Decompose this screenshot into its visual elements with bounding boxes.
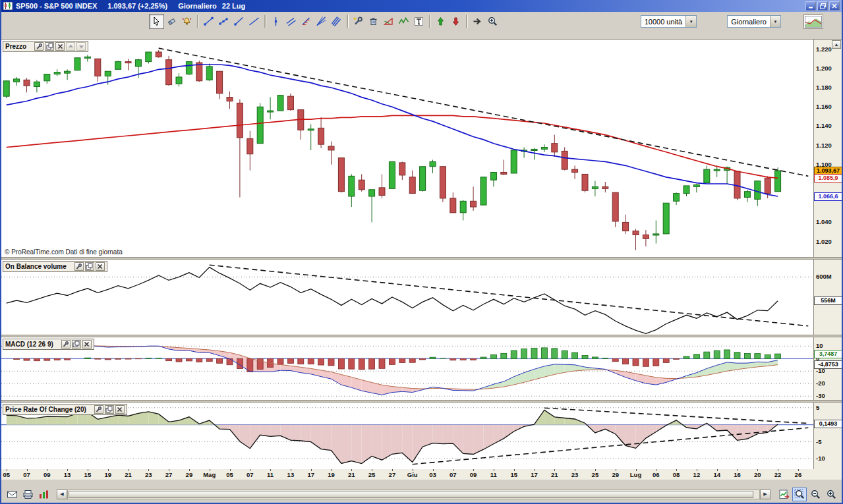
macd-value-marker: 3,7487 bbox=[814, 350, 842, 358]
macd-chart-canvas[interactable] bbox=[1, 337, 813, 400]
time-axis-tickmark bbox=[453, 469, 453, 471]
scrollbar-thumb[interactable] bbox=[69, 491, 753, 498]
time-axis-tickmark bbox=[636, 469, 637, 471]
chart-scrollbar[interactable]: ◀ ▶ bbox=[57, 489, 770, 499]
step-forward-tool[interactable] bbox=[470, 14, 485, 29]
obv-close-button[interactable] bbox=[96, 262, 105, 271]
pointer-tool[interactable] bbox=[149, 14, 164, 29]
roc-duplicate-button[interactable] bbox=[105, 405, 114, 414]
copyright-text: © ProRealTime.com Dati di fine giornata bbox=[5, 248, 123, 256]
arrow-down-tool[interactable] bbox=[448, 14, 463, 29]
vertical-line-tool[interactable] bbox=[268, 14, 283, 29]
price-move-up-button[interactable] bbox=[66, 42, 75, 51]
time-axis-tickmark bbox=[554, 469, 555, 471]
export-chart-icon[interactable] bbox=[776, 488, 791, 501]
title-date: 22 Lug bbox=[222, 2, 245, 10]
obv-value-marker: 556M bbox=[814, 296, 842, 305]
scroll-right-button[interactable]: ▶ bbox=[760, 490, 770, 499]
title-bar[interactable]: SP500 - S&P 500 INDEX 1.093,67 (+2,25%) … bbox=[1, 0, 842, 12]
roc-close-button[interactable] bbox=[115, 405, 125, 414]
arrow-up-tool[interactable] bbox=[433, 14, 448, 29]
scrollbar-track[interactable] bbox=[67, 490, 760, 499]
time-axis-tickmark bbox=[129, 469, 129, 471]
close-button[interactable] bbox=[829, 1, 840, 11]
obv-panel[interactable]: 556M 600M On Balance volume bbox=[1, 260, 842, 335]
time-axis-tick: 27 bbox=[384, 471, 400, 478]
zoom-area-tool[interactable] bbox=[485, 14, 500, 29]
eraser-tool[interactable] bbox=[164, 14, 179, 29]
text-tool[interactable] bbox=[411, 14, 426, 29]
obv-settings-button[interactable] bbox=[74, 262, 84, 271]
macd-panel[interactable]: 3,7487 -4,8753 100-10-20-30 MACD (12 26 … bbox=[1, 337, 842, 400]
timeframe-dropdown-icon[interactable]: ▼ bbox=[770, 16, 780, 27]
pattern-triangle-tool[interactable] bbox=[381, 14, 396, 29]
delete-drawings-tool[interactable] bbox=[366, 14, 381, 29]
zoom-out-icon[interactable] bbox=[808, 488, 823, 501]
time-axis-tick: 17 bbox=[527, 471, 542, 478]
units-dropdown-icon[interactable]: ▼ bbox=[685, 16, 696, 27]
zoom-selection-icon[interactable] bbox=[792, 488, 807, 501]
time-axis-tick: 07 bbox=[242, 471, 258, 478]
segment-tool[interactable] bbox=[216, 14, 231, 29]
zoom-in-icon[interactable] bbox=[824, 488, 838, 501]
quotes-icon[interactable] bbox=[36, 488, 51, 501]
price-chart-canvas[interactable] bbox=[1, 40, 813, 257]
parallel-channel-tool[interactable] bbox=[283, 14, 299, 29]
fibonacci-retracement-tool[interactable] bbox=[299, 14, 314, 29]
time-axis-tickmark bbox=[433, 469, 434, 471]
time-axis-tickmark bbox=[575, 469, 575, 471]
time-axis-tickmark bbox=[616, 469, 616, 471]
time-axis-tick: 27 bbox=[161, 471, 177, 478]
roc-settings-button[interactable] bbox=[94, 405, 103, 414]
time-axis-tickmark bbox=[595, 469, 596, 471]
mail-icon[interactable] bbox=[5, 488, 19, 501]
roc-axis: 0,1493 50-5-10 bbox=[813, 403, 842, 469]
macd-panel-header: MACD (12 26 9) bbox=[3, 339, 94, 350]
timeframe-select[interactable]: Giornaliero ▼ bbox=[727, 15, 781, 28]
extended-line-tool[interactable] bbox=[247, 14, 262, 29]
pattern-zigzag-tool[interactable] bbox=[396, 14, 411, 29]
minimize-button[interactable] bbox=[805, 1, 816, 11]
time-axis-tick: 20 bbox=[749, 471, 765, 478]
drawing-settings-tool[interactable] bbox=[351, 14, 366, 29]
time-axis-tick: 23 bbox=[567, 471, 583, 478]
scroll-left-button[interactable]: ◀ bbox=[57, 490, 67, 499]
roc-panel[interactable]: 0,1493 50-5-10 Price Rate Of Change (20) bbox=[1, 403, 842, 469]
restore-button[interactable] bbox=[817, 1, 828, 11]
time-axis-tick: 29 bbox=[608, 471, 624, 478]
roc-axis-tick: 5 bbox=[816, 404, 819, 412]
price-close-button[interactable] bbox=[55, 42, 65, 51]
printer-icon[interactable] bbox=[20, 488, 35, 501]
toolbar-separator bbox=[347, 15, 348, 28]
fibonacci-fan-tool[interactable] bbox=[314, 14, 329, 29]
time-axis-tick: 05 bbox=[0, 471, 15, 478]
drawing-tools-group bbox=[149, 14, 500, 29]
units-select[interactable]: 10000 unità ▼ bbox=[641, 15, 697, 28]
time-axis: 05070913151921232729Mag05071113171921252… bbox=[1, 469, 842, 480]
price-axis-tick: 1.120 bbox=[816, 142, 832, 150]
price-panel[interactable]: ▲ 1.093,67 1.085,9 1.066,6 1.2201.2001.1… bbox=[1, 40, 842, 257]
axis-scroll-up-button[interactable]: ▲ bbox=[832, 40, 841, 49]
time-axis-tick: 21 bbox=[343, 471, 359, 478]
time-axis-tickmark bbox=[230, 469, 231, 471]
macd-settings-button[interactable] bbox=[61, 340, 71, 349]
macd-duplicate-button[interactable] bbox=[72, 340, 81, 349]
alarm-tool[interactable] bbox=[179, 14, 194, 29]
time-axis-tick: 09 bbox=[39, 471, 55, 478]
chart-style-button[interactable] bbox=[803, 14, 823, 29]
price-move-down-button[interactable] bbox=[76, 42, 86, 51]
price-duplicate-button[interactable] bbox=[45, 42, 54, 51]
obv-chart-canvas[interactable] bbox=[1, 260, 813, 335]
title-timeframe: Giornaliero bbox=[178, 2, 217, 10]
time-axis-tick: 22 bbox=[770, 471, 786, 478]
ray-tool[interactable] bbox=[231, 14, 247, 29]
price-settings-button[interactable] bbox=[34, 42, 44, 51]
macd-close-button[interactable] bbox=[82, 340, 92, 349]
time-axis-tickmark bbox=[108, 469, 109, 471]
trendline-tool[interactable] bbox=[201, 14, 216, 29]
pitchfork-tool[interactable] bbox=[329, 14, 344, 29]
obv-axis-tick: 600M bbox=[816, 273, 832, 281]
obv-duplicate-button[interactable] bbox=[85, 262, 94, 271]
time-axis-tick: 21 bbox=[546, 471, 562, 478]
price-axis-tick: 1.040 bbox=[816, 218, 832, 226]
